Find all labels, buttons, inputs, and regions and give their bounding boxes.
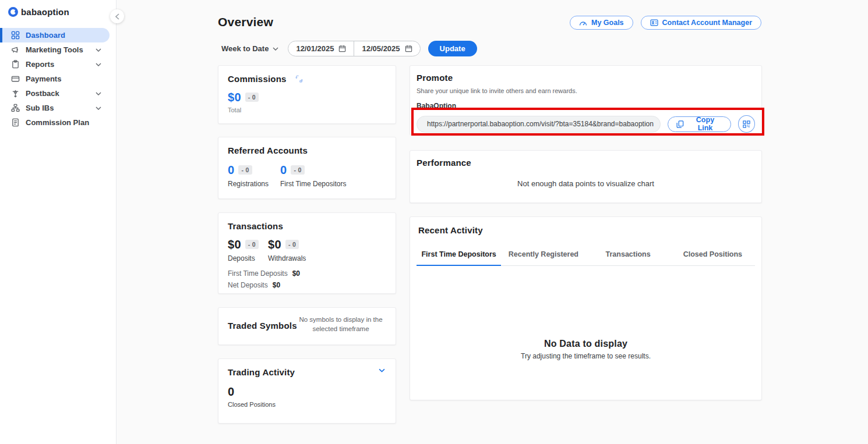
- first-time-depositors-stat: 0- 0 First Time Depositors: [280, 164, 346, 188]
- chevron-down-icon: [96, 106, 101, 110]
- performance-empty-message: Not enough data points to visualize char…: [417, 179, 755, 188]
- referral-link-row: https://partnerportal.babaoption.com/vis…: [417, 115, 755, 133]
- commissions-total-label: Total: [228, 106, 386, 113]
- net-deposits-value: $0: [273, 281, 280, 289]
- gauge-icon: [579, 20, 587, 26]
- transactions-card: Transactions $0- 0 Deposits $0- 0 Withdr…: [218, 212, 396, 294]
- refresh-icon[interactable]: [295, 74, 304, 83]
- deposits-value: $0: [228, 238, 241, 251]
- no-data-title: No Data to display: [417, 339, 755, 349]
- first-time-depositors-label: First Time Depositors: [280, 180, 346, 188]
- my-goals-label: My Goals: [591, 19, 624, 27]
- recent-activity-card: Recent Activity First Time Depositors Re…: [410, 216, 762, 400]
- chevron-down-icon: [96, 63, 101, 66]
- logo: babaoption: [8, 7, 69, 17]
- qr-code-icon: [743, 120, 750, 128]
- sidebar-item-label: Sub IBs: [26, 104, 54, 112]
- sidebar-item-label: Payments: [26, 74, 61, 83]
- sidebar: babaoption Dashboard Marketing Tools Rep…: [0, 0, 117, 444]
- registrations-label: Registrations: [228, 180, 269, 188]
- recent-activity-tabs: First Time Depositors Recently Registere…: [417, 246, 755, 266]
- tab-first-time-depositors[interactable]: First Time Depositors: [417, 246, 501, 266]
- sidebar-item-label: Marketing Tools: [26, 45, 83, 54]
- logo-text: babaoption: [21, 7, 69, 17]
- promote-title: Promote: [417, 73, 755, 83]
- hierarchy-icon: [10, 104, 20, 113]
- chevron-down-icon: [96, 92, 101, 95]
- postback-icon: [10, 89, 20, 98]
- sidebar-item-label: Commission Plan: [26, 118, 89, 127]
- delta-badge: - 0: [238, 165, 252, 175]
- closed-positions-value: 0: [228, 385, 386, 399]
- tab-closed-positions[interactable]: Closed Positions: [671, 246, 755, 266]
- chevron-down-icon: [96, 48, 101, 52]
- date-from-field[interactable]: 12/01/2025: [288, 41, 354, 56]
- chevron-down-icon[interactable]: [379, 368, 385, 372]
- promote-brand-label: BabaOption: [417, 102, 755, 110]
- traded-symbols-card: Traded Symbols No symbols to display in …: [218, 307, 396, 345]
- copy-icon: [676, 120, 684, 128]
- megaphone-icon: [10, 45, 20, 55]
- babaoption-logo-icon: [8, 7, 18, 17]
- timeframe-dropdown[interactable]: Week to Date: [221, 44, 278, 53]
- sidebar-item-postback[interactable]: Postback: [0, 86, 117, 101]
- tab-recently-registered[interactable]: Recently Registered: [501, 246, 585, 266]
- sidebar-item-reports[interactable]: Reports: [0, 57, 117, 72]
- recent-activity-title: Recent Activity: [418, 225, 755, 235]
- sidebar-item-marketing-tools[interactable]: Marketing Tools: [0, 42, 117, 57]
- tab-transactions[interactable]: Transactions: [586, 246, 671, 266]
- dashboard-icon: [10, 31, 20, 40]
- performance-card: Performance Not enough data points to vi…: [410, 150, 762, 203]
- referred-accounts-card: Referred Accounts 0- 0 Registrations 0- …: [218, 137, 396, 199]
- delta-badge: - 0: [285, 240, 299, 249]
- commissions-title: Commissions: [228, 74, 287, 84]
- calendar-icon[interactable]: [338, 45, 346, 52]
- delta-badge: - 0: [291, 165, 304, 175]
- sidebar-collapse-button[interactable]: [110, 9, 124, 23]
- commissions-total-value: $0- 0: [228, 91, 386, 104]
- first-time-depositors-value: 0: [280, 164, 287, 176]
- date-to-field[interactable]: 12/05/2025: [354, 41, 419, 56]
- sidebar-item-label: Dashboard: [26, 31, 65, 40]
- chevron-down-icon: [273, 47, 278, 51]
- sidebar-item-payments[interactable]: Payments: [0, 72, 117, 86]
- referral-link-field[interactable]: https://partnerportal.babaoption.com/vis…: [417, 116, 661, 133]
- contact-account-manager-button[interactable]: Contact Account Manager: [641, 16, 761, 30]
- sidebar-item-sub-ibs[interactable]: Sub IBs: [0, 101, 117, 115]
- promote-subtitle: Share your unique link to invite others …: [417, 87, 755, 94]
- no-data-subtitle: Try adjusting the timeframe to see resul…: [417, 352, 755, 360]
- withdrawals-stat: $0- 0 Withdrawals: [268, 238, 306, 262]
- trading-activity-card: Trading Activity 0 Closed Positions: [218, 358, 396, 424]
- update-button[interactable]: Update: [428, 41, 477, 56]
- registrations-stat: 0- 0 Registrations: [228, 164, 269, 188]
- withdrawals-value: $0: [268, 238, 281, 251]
- qr-code-button[interactable]: [738, 115, 755, 133]
- sidebar-item-commission-plan[interactable]: Commission Plan: [0, 115, 117, 130]
- date-from-value: 12/01/2025: [296, 44, 334, 53]
- deposits-stat: $0- 0 Deposits: [228, 238, 259, 262]
- header-actions: My Goals Contact Account Manager: [570, 16, 761, 30]
- contact-account-manager-label: Contact Account Manager: [662, 19, 752, 27]
- page-title: Overview: [218, 15, 273, 29]
- commissions-card: Commissions $0- 0 Total: [218, 65, 396, 124]
- transactions-title: Transactions: [228, 221, 386, 231]
- first-time-deposits-row: First Time Deposits$0: [228, 269, 386, 278]
- copy-link-button[interactable]: Copy Link: [668, 116, 731, 132]
- closed-positions-label: Closed Positions: [228, 401, 386, 408]
- my-goals-button[interactable]: My Goals: [570, 16, 633, 30]
- sidebar-item-dashboard[interactable]: Dashboard: [0, 28, 110, 42]
- delta-badge: - 0: [245, 93, 259, 102]
- delta-badge: - 0: [245, 240, 259, 249]
- sidebar-item-label: Postback: [26, 89, 59, 98]
- contact-card-icon: [650, 19, 658, 26]
- net-deposits-row: Net Deposits$0: [228, 281, 386, 289]
- trading-activity-title: Trading Activity: [228, 367, 386, 377]
- promote-card: Promote Share your unique link to invite…: [410, 65, 762, 135]
- calendar-icon[interactable]: [405, 45, 412, 52]
- recent-activity-empty-state: No Data to display Try adjusting the tim…: [417, 339, 755, 360]
- copy-link-label: Copy Link: [688, 116, 722, 132]
- clipboard-icon: [10, 60, 20, 69]
- sidebar-nav: Dashboard Marketing Tools Reports Pay: [0, 28, 117, 130]
- first-time-deposits-value: $0: [292, 269, 300, 278]
- traded-symbols-title: Traded Symbols: [228, 321, 297, 331]
